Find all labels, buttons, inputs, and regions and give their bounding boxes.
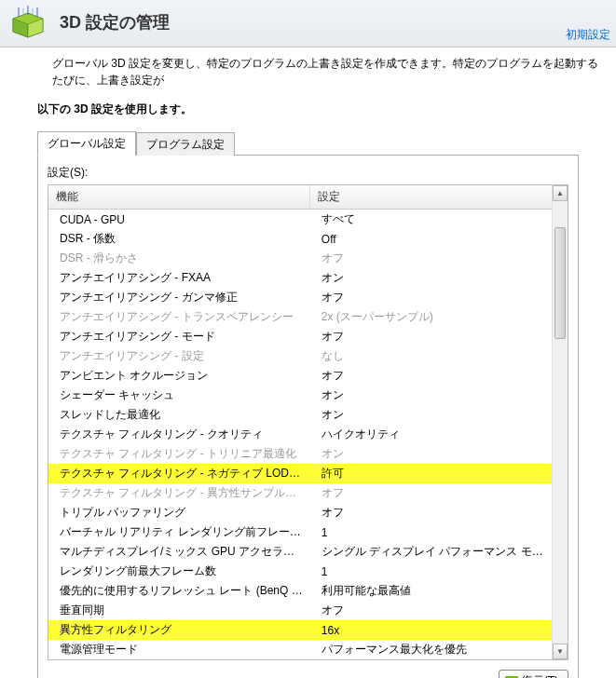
- table-row[interactable]: 異方性フィルタリング16x: [48, 620, 552, 640]
- table-row[interactable]: テクスチャ フィルタリング - 異方性サンプル最適化オフ: [48, 483, 552, 503]
- table-row[interactable]: テクスチャ フィルタリング - クオリティハイクオリティ: [48, 425, 552, 444]
- table-row[interactable]: CUDA - GPUすべて: [48, 210, 552, 230]
- cell-feature: バーチャル リアリティ レンダリング前フレーム数: [48, 522, 310, 542]
- table-row[interactable]: 優先的に使用するリフレッシュ レート (BenQ XL2420...利用可能な最…: [48, 581, 552, 601]
- cell-feature: アンチエイリアシング - ガンマ修正: [48, 288, 310, 307]
- cell-feature: 電源管理モード: [48, 640, 310, 659]
- restore-button-label: 復元(T): [522, 673, 558, 678]
- cell-setting[interactable]: オフ: [310, 366, 552, 386]
- cell-feature: DSR - 滑らかさ: [48, 249, 310, 268]
- column-feature[interactable]: 機能: [48, 185, 310, 210]
- cell-feature: アンチエイリアシング - FXAA: [48, 268, 310, 288]
- cell-setting[interactable]: オフ: [310, 288, 552, 307]
- tabs-container: グローバル設定 プログラム設定 設定(S): 機能 設定 CUDA - G: [37, 130, 579, 678]
- cell-setting[interactable]: Off: [310, 229, 552, 249]
- cell-setting[interactable]: 許可: [310, 464, 552, 483]
- cell-setting[interactable]: 2x (スーパーサンプル): [310, 307, 552, 327]
- page-description: グローバル 3D 設定を変更し、特定のプログラムの上書き設定を作成できます。特定…: [0, 47, 616, 94]
- scroll-thumb[interactable]: [554, 227, 566, 339]
- cell-setting[interactable]: オン: [310, 268, 552, 288]
- cell-setting[interactable]: オフ: [310, 249, 552, 268]
- table-row[interactable]: アンビエント オクルージョンオフ: [48, 366, 552, 386]
- cell-setting[interactable]: オフ: [310, 483, 552, 503]
- cell-setting[interactable]: シングル ディスプレイ パフォーマンス モード: [310, 542, 552, 562]
- table-row[interactable]: アンチエイリアシング - モードオフ: [48, 327, 552, 346]
- cell-feature: 異方性フィルタリング: [48, 620, 310, 640]
- table-row[interactable]: 電源管理モードパフォーマンス最大化を優先: [48, 640, 552, 659]
- cell-feature: DSR - 係数: [48, 229, 310, 249]
- table-row[interactable]: DSR - 滑らかさオフ: [48, 249, 552, 268]
- scroll-down-button[interactable]: ▼: [553, 644, 568, 659]
- cell-feature: CUDA - GPU: [48, 210, 310, 230]
- cell-setting[interactable]: 16x: [310, 620, 552, 640]
- cell-setting[interactable]: パフォーマンス最大化を優先: [310, 640, 552, 659]
- restore-button[interactable]: 復元(T): [499, 670, 568, 678]
- section-title: 以下の 3D 設定を使用します。: [37, 102, 579, 117]
- cell-setting[interactable]: 1: [310, 562, 552, 581]
- table-row[interactable]: バーチャル リアリティ レンダリング前フレーム数1: [48, 522, 552, 542]
- cell-feature: スレッドした最適化: [48, 405, 310, 425]
- table-row[interactable]: スレッドした最適化オン: [48, 405, 552, 425]
- table-row[interactable]: DSR - 係数Off: [48, 229, 552, 249]
- page-title: 3D 設定の管理: [60, 11, 170, 34]
- cell-setting[interactable]: 1: [310, 522, 552, 542]
- cell-feature: テクスチャ フィルタリング - ネガティブ LOD バイアス: [48, 464, 310, 483]
- cell-setting[interactable]: ハイクオリティ: [310, 425, 552, 444]
- cell-feature: 優先的に使用するリフレッシュ レート (BenQ XL2420...: [48, 581, 310, 601]
- tab-global-settings[interactable]: グローバル設定: [37, 131, 136, 156]
- table-row[interactable]: トリプル バッファリングオフ: [48, 503, 552, 522]
- settings-table-wrap: 機能 設定 CUDA - GPUすべてDSR - 係数OffDSR - 滑らかさ…: [48, 184, 568, 660]
- cell-feature: テクスチャ フィルタリング - トリリニア最適化: [48, 444, 310, 464]
- cell-feature: 垂直同期: [48, 601, 310, 620]
- cell-feature: アンチエイリアシング - 設定: [48, 346, 310, 366]
- cell-feature: マルチディスプレイ/ミックス GPU アクセラレーション: [48, 542, 310, 562]
- table-row[interactable]: テクスチャ フィルタリング - トリリニア最適化オン: [48, 444, 552, 464]
- cell-feature: アンチエイリアシング - モード: [48, 327, 310, 346]
- cell-setting[interactable]: なし: [310, 346, 552, 366]
- reset-defaults-link[interactable]: 初期設定: [566, 27, 610, 43]
- cell-setting[interactable]: すべて: [310, 210, 552, 230]
- cell-setting[interactable]: オフ: [310, 601, 552, 620]
- scroll-track[interactable]: [553, 201, 568, 644]
- cell-feature: テクスチャ フィルタリング - クオリティ: [48, 425, 310, 444]
- cell-feature: テクスチャ フィルタリング - 異方性サンプル最適化: [48, 483, 310, 503]
- table-row[interactable]: テクスチャ フィルタリング - ネガティブ LOD バイアス許可: [48, 464, 552, 483]
- header-3d-icon: [9, 6, 48, 39]
- settings-table: 機能 設定 CUDA - GPUすべてDSR - 係数OffDSR - 滑らかさ…: [48, 185, 552, 659]
- cell-setting[interactable]: オン: [310, 405, 552, 425]
- table-row[interactable]: 垂直同期オフ: [48, 601, 552, 620]
- cell-setting[interactable]: オフ: [310, 327, 552, 346]
- tab-program-settings[interactable]: プログラム設定: [136, 132, 235, 156]
- cell-feature: シェーダー キャッシュ: [48, 386, 310, 405]
- table-row[interactable]: シェーダー キャッシュオン: [48, 386, 552, 405]
- cell-setting[interactable]: オフ: [310, 503, 552, 522]
- cell-setting[interactable]: オン: [310, 444, 552, 464]
- cell-setting[interactable]: 利用可能な最高値: [310, 581, 552, 601]
- table-row[interactable]: レンダリング前最大フレーム数1: [48, 562, 552, 581]
- table-row[interactable]: アンチエイリアシング - 設定なし: [48, 346, 552, 366]
- cell-feature: アンビエント オクルージョン: [48, 366, 310, 386]
- table-row[interactable]: アンチエイリアシング - FXAAオン: [48, 268, 552, 288]
- table-row[interactable]: アンチエイリアシング - ガンマ修正オフ: [48, 288, 552, 307]
- cell-feature: トリプル バッファリング: [48, 503, 310, 522]
- scroll-up-button[interactable]: ▲: [553, 185, 568, 201]
- cell-feature: レンダリング前最大フレーム数: [48, 562, 310, 581]
- table-row[interactable]: マルチディスプレイ/ミックス GPU アクセラレーションシングル ディスプレイ …: [48, 542, 552, 562]
- settings-label: 設定(S):: [48, 165, 568, 181]
- column-setting[interactable]: 設定: [310, 185, 552, 210]
- cell-feature: アンチエイリアシング - トランスペアレンシー: [48, 307, 310, 327]
- page-header: 3D 設定の管理 初期設定: [0, 0, 616, 47]
- cell-setting[interactable]: オン: [310, 386, 552, 405]
- table-row[interactable]: アンチエイリアシング - トランスペアレンシー2x (スーパーサンプル): [48, 307, 552, 327]
- vertical-scrollbar[interactable]: ▲ ▼: [552, 185, 568, 659]
